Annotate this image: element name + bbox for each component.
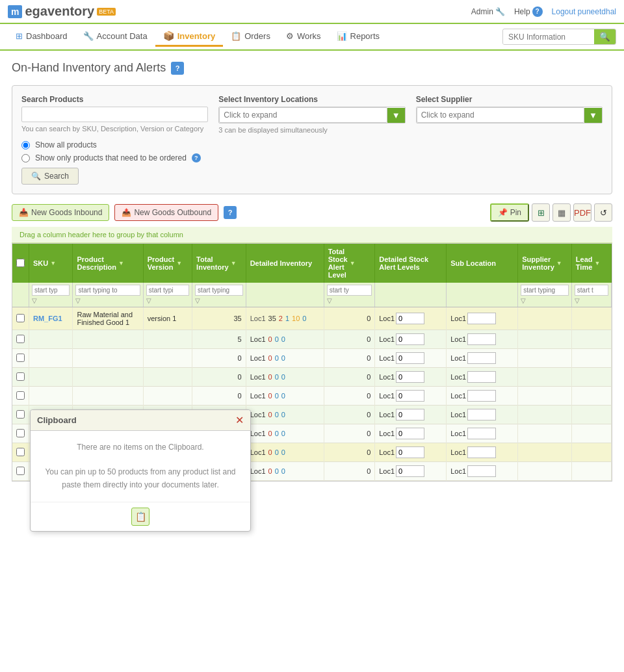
sku-search-button[interactable]: 🔍 (594, 29, 616, 44)
row-supplier-inventory (518, 307, 572, 330)
row-checkbox[interactable] (16, 448, 25, 456)
supplier-btn[interactable]: ▼ (584, 108, 602, 123)
filter-version[interactable]: ▽ (143, 283, 192, 307)
nav-account-data[interactable]: 🔧 Account Data (75, 27, 155, 47)
new-goods-inbound-button[interactable]: 📥 New Goods Inbound (12, 204, 109, 221)
pdf-button[interactable]: PDF (573, 203, 592, 222)
inventory-locations-input[interactable] (219, 107, 387, 123)
radio-order[interactable] (21, 154, 30, 162)
filter-total-inv[interactable]: ▽ (192, 283, 246, 307)
th-sub-location[interactable]: Sub Location (447, 244, 518, 283)
row-checkbox[interactable] (16, 429, 25, 437)
new-goods-outbound-button[interactable]: 📤 New Goods Outbound (114, 204, 218, 221)
filter-description[interactable]: ▽ (73, 283, 143, 307)
det-alert-input[interactable] (396, 446, 424, 458)
clipboard-close-button[interactable]: ✕ (235, 414, 244, 426)
nav-works[interactable]: ⚙ Works (278, 27, 329, 47)
export-button2[interactable]: ▦ (552, 203, 571, 222)
search-products-input[interactable] (21, 107, 208, 122)
supplier-dropdown[interactable]: ▼ (416, 107, 603, 123)
inventory-locations-dropdown[interactable]: ▼ (218, 107, 405, 123)
select-all-checkbox[interactable] (16, 259, 25, 267)
row-detailed-stock-alert: Loc1 (375, 307, 447, 330)
sub-loc-input[interactable] (467, 446, 496, 458)
filter-lead-input[interactable] (575, 285, 608, 296)
filter-lead[interactable]: ▽ (571, 283, 611, 307)
inv-value: 0 (268, 335, 272, 343)
nav-reports[interactable]: 📊 Reports (329, 27, 388, 47)
nav-inventory[interactable]: 📦 Inventory (155, 27, 224, 47)
det-alert-input[interactable] (396, 313, 424, 324)
table-header-row: SKU ▼ ProductDescription ▼ ProductVersio… (12, 244, 612, 283)
excel-button[interactable]: ⊞ (532, 203, 550, 222)
pin-label: Pin (510, 208, 521, 217)
row-checkbox[interactable] (16, 372, 25, 381)
th-detailed-inventory[interactable]: Detailed Inventory (246, 244, 324, 283)
drag-hint: Drag a column header here to group by th… (12, 227, 612, 243)
toolbar-help-icon[interactable]: ? (224, 206, 237, 219)
th-product-version[interactable]: ProductVersion ▼ (143, 244, 192, 283)
th-total-stock-alert[interactable]: TotalStockAlertLevel ▼ (324, 244, 375, 283)
th-lead-time[interactable]: LeadTime ▼ (571, 244, 611, 283)
filter-sku[interactable]: ▽ (29, 283, 73, 307)
radio-order-help-icon[interactable]: ? (192, 153, 201, 162)
row-total-stock-alert: 0 (324, 462, 375, 481)
search-button[interactable]: 🔍 Search (21, 168, 79, 185)
page-help-icon[interactable]: ? (171, 62, 184, 75)
row-sub-location: Loc1 (447, 406, 518, 424)
sub-loc-input[interactable] (467, 465, 496, 477)
det-alert-input[interactable] (396, 352, 424, 364)
row-checkbox[interactable] (16, 354, 25, 362)
sub-loc-input[interactable] (467, 352, 496, 364)
sub-loc-input[interactable] (467, 409, 496, 420)
det-alert-input[interactable] (396, 390, 424, 402)
det-alert-input[interactable] (396, 428, 424, 439)
row-sub-location: Loc1 (447, 462, 518, 481)
sub-loc-input[interactable] (467, 390, 496, 402)
filter-ver-input[interactable] (146, 285, 189, 296)
inv-value: 0 (275, 467, 279, 475)
filter-tinv-input[interactable] (195, 285, 243, 296)
sub-loc-label: Loc1 (450, 315, 466, 322)
filter-sup-inv[interactable]: ▽ (518, 283, 572, 307)
filter-desc-input[interactable] (75, 285, 140, 296)
det-alert-input[interactable] (396, 409, 424, 420)
inventory-locations-btn[interactable]: ▼ (387, 108, 405, 123)
th-detailed-stock-alert[interactable]: Detailed StockAlert Levels (375, 244, 447, 283)
filter-sku-input[interactable] (32, 285, 70, 296)
det-alert-input[interactable] (396, 333, 424, 345)
admin-text: Admin (471, 7, 493, 16)
th-sku[interactable]: SKU ▼ (29, 244, 73, 283)
supplier-input[interactable] (417, 107, 584, 123)
supplier-label: Select Supplier (416, 95, 603, 104)
sku-search-input[interactable] (503, 30, 594, 44)
th-product-description[interactable]: ProductDescription ▼ (73, 244, 143, 283)
sub-loc-input[interactable] (467, 313, 496, 324)
row-checkbox[interactable] (16, 391, 25, 400)
nav-orders[interactable]: 📋 Orders (223, 27, 278, 47)
pin-button[interactable]: 📌 Pin (490, 203, 529, 222)
th-checkbox[interactable] (12, 244, 29, 283)
det-alert-input[interactable] (396, 465, 424, 477)
radio-all[interactable] (21, 141, 30, 149)
table-row: 0Loc1 0 0 0 0Loc1 Loc1 (12, 387, 612, 406)
help-label[interactable]: Help ? (514, 6, 543, 17)
det-alert-loc: Loc1 (379, 430, 395, 437)
filter-alert-input[interactable] (327, 285, 372, 296)
row-checkbox[interactable] (16, 335, 25, 343)
row-checkbox[interactable] (16, 314, 25, 322)
row-checkbox[interactable] (16, 467, 25, 475)
row-checkbox[interactable] (16, 410, 25, 419)
filter-supinv-input[interactable] (521, 285, 569, 296)
nav-search[interactable]: 🔍 (502, 29, 616, 45)
sub-loc-input[interactable] (467, 428, 496, 439)
th-total-inventory[interactable]: TotalInventory ▼ (192, 244, 246, 283)
sub-loc-input[interactable] (467, 371, 496, 383)
filter-stock-alert[interactable]: ▽ (324, 283, 375, 307)
det-alert-input[interactable] (396, 371, 424, 383)
th-supplier-inventory[interactable]: SupplierInventory ▼ (518, 244, 572, 283)
sub-loc-input[interactable] (467, 333, 496, 345)
logout-label[interactable]: Logout puneetdhal (552, 7, 616, 16)
refresh-button[interactable]: ↺ (594, 203, 612, 222)
nav-dashboard[interactable]: ⊞ Dashboard (8, 27, 75, 47)
